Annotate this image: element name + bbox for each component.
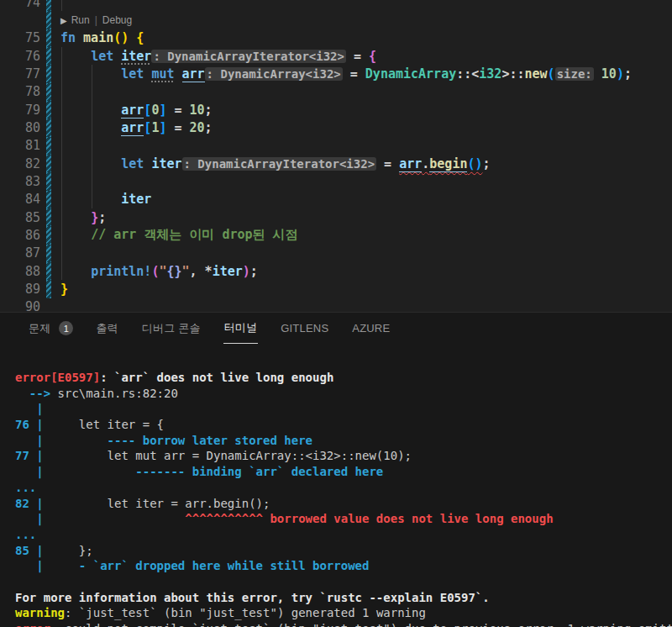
code-token: {: [136, 30, 144, 45]
terminal-text: src\main.rs:82:20: [58, 387, 178, 400]
line-number[interactable]: 79: [0, 103, 40, 118]
editor-line: 84 iter: [0, 191, 672, 208]
code-content[interactable]: let iter: DynamicArrayIterator<i32> = {: [51, 49, 376, 64]
code-token: {}: [166, 264, 181, 279]
editor-line: 83: [0, 172, 672, 190]
codelens-separator: |: [95, 14, 97, 26]
indent-guide: [92, 65, 92, 208]
line-number[interactable]: 89: [0, 282, 40, 297]
terminal-text: warning: [15, 606, 65, 619]
code-token: new: [525, 66, 548, 82]
terminal-text: let mut arr = DynamicArray::<i32>::new(1…: [44, 449, 412, 462]
code-token: ;: [205, 120, 213, 135]
terminal-line: For more information about this error, t…: [15, 590, 672, 606]
tab-label: 터미널: [223, 313, 259, 344]
line-number[interactable]: 74: [0, 0, 40, 10]
terminal-text: 76 |: [15, 418, 44, 431]
code-token: =: [166, 120, 189, 135]
code-content[interactable]: fn main() {: [51, 30, 144, 45]
code-token: [60, 264, 91, 279]
line-number[interactable]: 86: [0, 228, 40, 243]
code-token: mut: [151, 66, 174, 82]
code-token: let: [91, 49, 113, 64]
code-content[interactable]: };: [51, 210, 106, 225]
line-number[interactable]: 84: [0, 192, 40, 207]
terminal-text: ...: [15, 528, 36, 541]
terminal-text: 85 |: [15, 544, 44, 557]
git-modified-decoration: [46, 0, 51, 11]
inlay-hint: : DynamicArrayIterator<i32>: [182, 157, 377, 171]
code-token: ::: [456, 66, 471, 82]
line-number[interactable]: 75: [0, 30, 40, 45]
code-token: (): [467, 156, 482, 171]
code-content[interactable]: let mut arr: DynamicArray<i32> = Dynamic…: [51, 66, 632, 82]
line-number[interactable]: 82: [0, 156, 40, 171]
indent-guide: [61, 47, 62, 280]
code-token: ): [617, 66, 624, 82]
code-content[interactable]: ▶Run|Debug: [51, 14, 132, 26]
terminal-text: |: [15, 402, 44, 415]
terminal-output[interactable]: error[E0597]: `arr` does not live long e…: [0, 344, 672, 627]
line-number[interactable]: 78: [0, 84, 40, 99]
editor-line: 74: [0, 0, 672, 11]
tab-label: 출력: [95, 314, 118, 344]
tab-label: 디버그 콘솔: [141, 314, 202, 344]
line-number[interactable]: 83: [0, 174, 40, 189]
line-number[interactable]: 87: [0, 245, 40, 261]
code-token: *: [205, 264, 213, 279]
editor-line: 87: [0, 245, 672, 262]
terminal-text: |: [15, 512, 44, 525]
code-token: 20: [190, 120, 205, 135]
terminal-line: | ^^^^^^^^^^^ borrowed value does not li…: [15, 511, 672, 527]
line-number[interactable]: 80: [0, 120, 40, 135]
git-modified-decoration: [46, 298, 51, 313]
code-content[interactable]: arr[0] = 10;: [51, 103, 213, 118]
tab-debug-console[interactable]: 디버그 콘솔: [130, 313, 213, 344]
terminal-line: warning: `just_test` (bin "just_test") g…: [15, 605, 672, 621]
line-number[interactable]: 88: [0, 264, 40, 279]
tab-terminal[interactable]: 터미널: [213, 313, 270, 344]
git-modified-decoration: [46, 83, 51, 101]
code-token: [60, 210, 91, 225]
code-content[interactable]: iter: [51, 192, 151, 207]
editor-line: 75fn main() {: [0, 29, 672, 47]
code-token: arr: [182, 66, 205, 82]
tab-problems[interactable]: 문제1: [17, 313, 84, 344]
terminal-text: ...: [15, 481, 36, 494]
terminal-line: | - `arr` dropped here while still borro…: [15, 558, 672, 574]
code-content[interactable]: let iter: DynamicArrayIterator<i32> = ar…: [51, 156, 491, 171]
codelens-run-link[interactable]: Run: [71, 14, 90, 26]
line-number[interactable]: 90: [0, 299, 40, 313]
terminal-text: -->: [15, 387, 58, 400]
line-number[interactable]: 77: [0, 66, 40, 82]
inlay-hint: : DynamicArray<i32>: [205, 67, 343, 81]
code-token: [594, 66, 601, 82]
codelens-row: ▶Run|Debug: [0, 11, 672, 29]
code-token: ;: [483, 156, 491, 171]
line-number[interactable]: 81: [0, 138, 40, 153]
tab-output[interactable]: 출력: [84, 313, 129, 344]
terminal-text: For more information about this error, t…: [15, 591, 490, 604]
tab-azure[interactable]: AZURE: [340, 313, 402, 344]
code-token: arr: [121, 120, 144, 136]
code-content[interactable]: // arr 객체는 이미 drop된 시점: [51, 227, 298, 243]
line-number[interactable]: 85: [0, 210, 40, 225]
codelens-debug-link[interactable]: Debug: [102, 14, 132, 26]
tab-gitlens[interactable]: GITLENS: [269, 313, 340, 344]
terminal-line: 76 | let iter = {: [15, 417, 672, 433]
code-content[interactable]: println!("{}", *iter);: [51, 264, 258, 279]
code-content[interactable]: }: [51, 282, 68, 297]
terminal-text: 77 |: [15, 449, 44, 462]
code-editor[interactable]: 74▶Run|Debug75fn main() {76 let iter: Dy…: [0, 0, 672, 313]
run-icon: ▶: [60, 16, 67, 25]
code-content[interactable]: arr[1] = 20;: [51, 120, 213, 135]
editor-line: 88 println!("{}", *iter);: [0, 262, 672, 280]
editor-lines: 74▶Run|Debug75fn main() {76 let iter: Dy…: [0, 0, 672, 313]
code-token: ;: [205, 103, 213, 118]
line-number[interactable]: 76: [0, 49, 40, 64]
code-token: {: [369, 49, 376, 64]
code-token: [60, 227, 91, 242]
terminal-text: };: [44, 544, 93, 557]
vscode-window: 74▶Run|Debug75fn main() {76 let iter: Dy…: [0, 0, 672, 627]
code-token: }: [60, 282, 68, 297]
